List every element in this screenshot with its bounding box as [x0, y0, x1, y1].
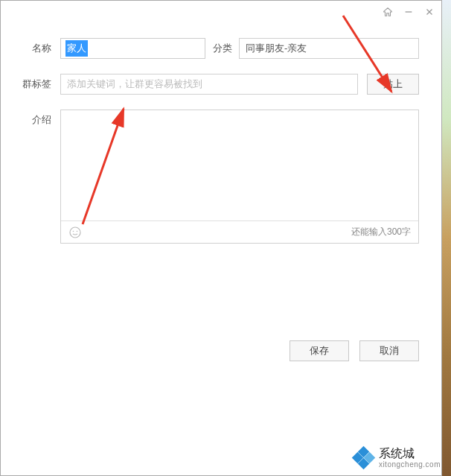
desc-row: 介绍 还能输入300字 — [16, 110, 419, 244]
tag-row: 群标签 添加关键词，让群更容易被找到 贴上 — [16, 74, 419, 95]
close-icon[interactable] — [423, 6, 435, 18]
desc-footer: 还能输入300字 — [61, 220, 418, 243]
svg-point-5 — [77, 230, 78, 232]
background-strip — [442, 0, 451, 476]
home-icon[interactable] — [382, 6, 394, 18]
save-button[interactable]: 保存 — [290, 340, 349, 361]
paste-button[interactable]: 贴上 — [367, 74, 419, 95]
category-label: 分类 — [205, 38, 239, 55]
desc-box: 还能输入300字 — [60, 110, 419, 244]
emoji-icon[interactable] — [68, 226, 82, 239]
watermark: 系统城 xitongcheng.com — [354, 447, 441, 469]
cancel-button[interactable]: 取消 — [359, 340, 419, 361]
form: 名称 家人 分类 同事朋友-亲友 群标签 添加关键词，让群更容易被找到 贴上 介… — [1, 23, 441, 244]
watermark-text: 系统城 xitongcheng.com — [379, 447, 441, 469]
category-select[interactable]: 同事朋友-亲友 — [239, 38, 419, 59]
watermark-url: xitongcheng.com — [379, 460, 441, 469]
minimize-icon[interactable] — [403, 6, 415, 18]
watermark-title: 系统城 — [379, 447, 441, 460]
name-label: 名称 — [16, 38, 60, 55]
char-count: 还能输入300字 — [351, 226, 411, 238]
dialog-window: 名称 家人 分类 同事朋友-亲友 群标签 添加关键词，让群更容易被找到 贴上 介… — [0, 0, 442, 476]
tag-label: 群标签 — [16, 74, 60, 91]
button-row: 保存 取消 — [1, 318, 441, 361]
tag-input[interactable]: 添加关键词，让群更容易被找到 — [60, 74, 358, 95]
svg-point-4 — [73, 230, 74, 232]
tag-placeholder: 添加关键词，让群更容易被找到 — [67, 77, 202, 91]
category-value: 同事朋友-亲友 — [246, 42, 307, 55]
titlebar — [1, 1, 441, 23]
name-input[interactable]: 家人 — [60, 38, 205, 59]
name-selected-text: 家人 — [65, 40, 88, 57]
svg-point-3 — [70, 227, 80, 238]
watermark-logo-icon — [354, 448, 374, 469]
name-row: 名称 家人 分类 同事朋友-亲友 — [16, 38, 419, 59]
desc-textarea[interactable] — [61, 110, 418, 222]
desc-label: 介绍 — [16, 110, 60, 127]
